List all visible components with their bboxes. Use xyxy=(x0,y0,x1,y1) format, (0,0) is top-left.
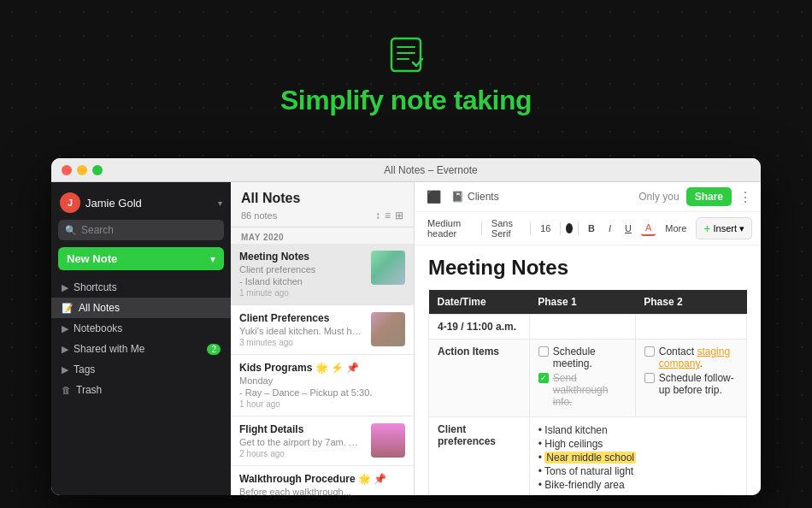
sidebar-item-label: Tags xyxy=(74,363,95,375)
phase2-empty xyxy=(635,315,746,340)
shared-badge: 2 xyxy=(207,344,221,355)
sidebar-item-label: Shared with Me xyxy=(74,343,144,355)
notes-count-row: 86 notes ↕ ≡ ⊞ xyxy=(241,210,403,222)
font-dropdown[interactable]: Sans Serif xyxy=(487,216,526,240)
checkbox-unchecked[interactable] xyxy=(538,346,549,357)
sort-icon[interactable]: ↕ xyxy=(375,210,380,222)
breadcrumb-icon: 📓 xyxy=(451,191,464,203)
share-button[interactable]: Share xyxy=(686,187,732,206)
sidebar-item-trash[interactable]: 🗑 Trash xyxy=(51,380,231,400)
notes-list: All Notes 86 notes ↕ ≡ ⊞ MAY 2020 Meetin… xyxy=(231,182,415,495)
hero-title-highlight: note taking xyxy=(391,85,532,115)
note-item[interactable]: Walkthrough Procedure 🌟 📌 Before each wa… xyxy=(231,466,414,495)
visibility-label: Only you xyxy=(638,191,679,203)
note-item[interactable]: Flight Details Get to the airport by 7am… xyxy=(231,416,414,466)
sidebar-item-label: Trash xyxy=(76,384,102,396)
filter-icon[interactable]: ≡ xyxy=(385,210,391,222)
underline-button[interactable]: U xyxy=(621,222,636,235)
search-placeholder: Search xyxy=(81,224,114,236)
traffic-lights xyxy=(62,165,103,175)
action-items-label: Action Items xyxy=(429,340,530,417)
insert-button[interactable]: + Insert ▾ xyxy=(696,217,752,239)
list-item: High ceilings xyxy=(538,437,738,451)
client-pref-items: Island kitchen High ceilings Near middle… xyxy=(529,417,746,496)
hero-section: Simplify note taking xyxy=(0,0,812,150)
all-notes-icon: 📝 xyxy=(62,303,74,314)
checkbox-item: Contact staging company. xyxy=(644,346,738,369)
client-pref-label: Client preferences xyxy=(429,417,530,496)
note-item[interactable]: Meeting Notes Client preferences - Islan… xyxy=(231,244,414,305)
bold-button[interactable]: B xyxy=(584,222,599,235)
preferences-list: Island kitchen High ceilings Near middle… xyxy=(538,423,738,492)
table-header-phase2: Phase 2 xyxy=(635,290,746,315)
trash-icon: 🗑 xyxy=(62,385,71,395)
more-options-icon[interactable]: ⋮ xyxy=(738,189,752,205)
checkbox-unchecked[interactable] xyxy=(644,373,655,383)
format-bar: Medium header Sans Serif 16 B I U A More… xyxy=(415,212,761,245)
title-bar: All Notes – Evernote xyxy=(51,158,761,182)
sidebar-item-tags[interactable]: ▶ Tags xyxy=(51,359,231,380)
notes-count: 86 notes xyxy=(241,210,277,221)
breadcrumb: 📓 Clients xyxy=(451,191,632,203)
note-preview-content: Client Preferences Yuki's ideal kitchen.… xyxy=(239,312,364,347)
plus-icon: + xyxy=(703,222,710,235)
phase2-actions: Contact staging company. Schedule follow… xyxy=(635,340,746,417)
header-style-dropdown[interactable]: Medium header xyxy=(423,216,476,240)
note-preview-content: Kids Programs 🌟 ⚡ 📌 Monday - Ray – Dance… xyxy=(239,362,405,409)
notes-list-header: All Notes 86 notes ↕ ≡ ⊞ xyxy=(231,182,414,227)
divider xyxy=(578,222,579,235)
checkbox-item: Schedule follow-up before trip. xyxy=(644,372,738,396)
editor-content[interactable]: Meeting Notes Date/Time Phase 1 Phase 2 … xyxy=(415,245,761,495)
font-size-dropdown[interactable]: 16 xyxy=(536,222,555,235)
note-item[interactable]: Client Preferences Yuki's ideal kitchen.… xyxy=(231,305,414,355)
sidebar: J Jamie Gold ▾ 🔍 Search New Note ▾ ▶ Sho… xyxy=(51,182,231,495)
text-highlight-button[interactable]: A xyxy=(641,221,656,236)
note-item[interactable]: Kids Programs 🌟 ⚡ 📌 Monday - Ray – Dance… xyxy=(231,355,414,416)
note-preview-content: Meeting Notes Client preferences - Islan… xyxy=(239,251,364,298)
fullscreen-button[interactable] xyxy=(92,165,103,175)
checkbox-item: Schedule meeting. xyxy=(538,346,627,369)
hero-title: Simplify note taking xyxy=(280,85,532,116)
list-item: Tons of natural light xyxy=(538,464,738,478)
sidebar-item-all-notes[interactable]: 📝 All Notes xyxy=(51,298,231,318)
sidebar-item-label: All Notes xyxy=(79,302,120,314)
notes-section-label: MAY 2020 xyxy=(231,227,414,244)
app-logo-icon xyxy=(385,33,427,76)
shared-icon: ▶ xyxy=(62,344,68,355)
checkbox-checked[interactable] xyxy=(538,373,549,383)
divider xyxy=(481,222,482,235)
search-box[interactable]: 🔍 Search xyxy=(58,220,224,240)
date-time-cell: 4-19 / 11:00 a.m. xyxy=(429,315,530,340)
staging-link[interactable]: staging company xyxy=(659,346,730,369)
note-title: Meeting Notes xyxy=(428,256,747,280)
close-button[interactable] xyxy=(62,165,72,175)
back-icon[interactable]: ⬛ xyxy=(423,188,444,205)
sidebar-item-shared[interactable]: ▶ Shared with Me 2 xyxy=(51,339,231,359)
sidebar-item-notebooks[interactable]: ▶ Notebooks xyxy=(51,318,231,339)
table-header-datetime: Date/Time xyxy=(429,290,530,315)
sidebar-item-shortcuts[interactable]: ▶ Shortcuts xyxy=(51,277,231,298)
minimize-button[interactable] xyxy=(77,165,87,175)
more-format-button[interactable]: More xyxy=(661,222,691,235)
app-body: J Jamie Gold ▾ 🔍 Search New Note ▾ ▶ Sho… xyxy=(51,182,761,495)
note-thumbnail xyxy=(371,251,405,285)
checkbox-unchecked[interactable] xyxy=(644,346,655,357)
checkbox-item: Send walkthrough info. xyxy=(538,372,627,408)
divider xyxy=(560,222,561,235)
notes-list-icons: ↕ ≡ ⊞ xyxy=(375,210,403,222)
list-item: Island kitchen xyxy=(538,423,738,437)
italic-button[interactable]: I xyxy=(604,222,615,235)
new-note-button[interactable]: New Note ▾ xyxy=(58,247,224,270)
window-title: All Notes – Evernote xyxy=(111,164,750,176)
note-thumbnail xyxy=(371,423,405,458)
app-window: All Notes – Evernote J Jamie Gold ▾ 🔍 Se… xyxy=(51,158,761,495)
note-thumbnail xyxy=(371,312,405,346)
tags-icon: ▶ xyxy=(62,364,68,375)
hero-title-plain: Simplify xyxy=(280,85,391,115)
grid-icon[interactable]: ⊞ xyxy=(395,210,403,222)
shortcuts-icon: ▶ xyxy=(62,282,68,293)
breadcrumb-label[interactable]: Clients xyxy=(468,191,499,203)
text-color-picker[interactable] xyxy=(566,223,573,233)
editor-toolbar-top: ⬛ 📓 Clients Only you Share ⋮ xyxy=(415,182,761,212)
phase1-empty xyxy=(529,315,635,340)
